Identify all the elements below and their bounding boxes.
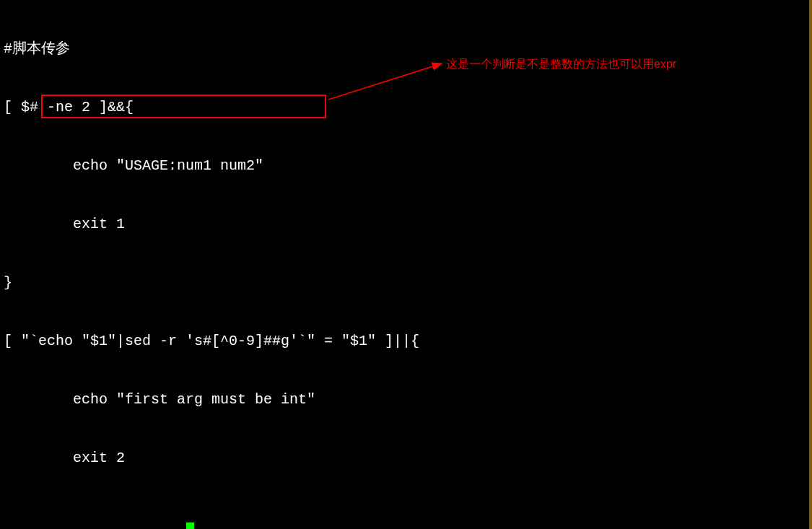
code-line: } (4, 273, 808, 292)
window-border-right (809, 0, 812, 529)
code-line (4, 507, 808, 526)
code-line: #脚本传参 (4, 39, 808, 58)
code-line: [ "`echo "$1"|sed -r 's#[^0-9]##g'`" = "… (4, 331, 808, 351)
annotation-text: 这是一个判断是不是整数的方法也可以用expr (446, 54, 676, 74)
terminal-output: #脚本传参 [ $# -ne 2 ]&&{ echo "USAGE:num1 n… (0, 0, 812, 529)
code-line: exit 1 (4, 214, 808, 234)
code-line: [ $# -ne 2 ]&&{ (4, 97, 808, 117)
code-line: echo "USAGE:num1 num2" (4, 156, 808, 175)
terminal-cursor (186, 523, 194, 529)
code-line: echo "first arg must be int" (4, 390, 808, 409)
code-line: exit 2 (4, 448, 808, 468)
